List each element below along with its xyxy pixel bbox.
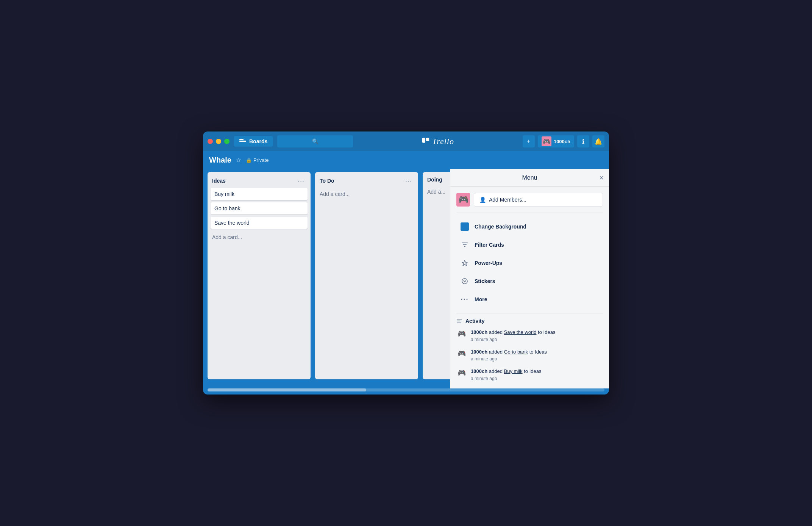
add-members-icon: 👤: [479, 197, 486, 203]
list-ideas: Ideas ··· Buy milk Go to bank ✏️ Save th…: [208, 172, 311, 379]
info-icon: ℹ: [582, 138, 584, 145]
traffic-lights: [208, 139, 230, 144]
menu-user-avatar: 🎮: [456, 193, 470, 207]
menu-item-power-ups[interactable]: Power-Ups: [456, 254, 603, 272]
trello-logo-icon: [422, 137, 430, 146]
activity-item-2: 🎮 1000ch added Go to bank to Ideas: [456, 348, 603, 362]
notifications-button[interactable]: 🔔: [592, 135, 604, 147]
sticker-icon: [459, 276, 470, 286]
activity-text-1: 1000ch added Save the world to Ideas: [471, 329, 555, 336]
app-window: Boards 🔍 Trello + 🎮 1000ch ℹ: [203, 132, 609, 394]
menu-item-filter-cards[interactable]: Filter Cards: [456, 236, 603, 254]
add-icon: +: [527, 138, 530, 145]
activity-pixel-icon-1: 🎮: [458, 330, 466, 338]
activity-to-2: to: [529, 349, 535, 355]
titlebar-right: + 🎮 1000ch ℹ 🔔: [523, 135, 604, 147]
username-label: 1000ch: [554, 139, 570, 144]
menu-title: Menu: [522, 174, 537, 181]
board-content: Ideas ··· Buy milk Go to bank ✏️ Save th…: [203, 169, 609, 388]
add-card-label: Add a card...: [212, 234, 242, 240]
pixel-avatar-icon: 🎮: [458, 195, 468, 205]
activity-list-2: Ideas: [535, 349, 547, 355]
card-text: Save the world: [214, 220, 250, 226]
add-card-button-todo[interactable]: Add a card...: [318, 188, 415, 200]
boards-label: Boards: [249, 138, 267, 144]
activity-to-3: to: [524, 368, 529, 374]
card-save-world[interactable]: Save the world: [211, 217, 308, 229]
list-todo: To Do ··· Add a card...: [315, 172, 418, 379]
more-icon: ···: [459, 294, 470, 305]
activity-user-2: 1000ch: [471, 349, 487, 355]
activity-avatar-1: 🎮: [456, 329, 467, 339]
activity-action-3: added: [489, 368, 504, 374]
user-button[interactable]: 🎮 1000ch: [538, 135, 574, 147]
activity-time-3: a minute ago: [471, 376, 542, 381]
privacy-label: Private: [253, 157, 269, 163]
avatar: 🎮: [542, 136, 551, 146]
list-menu-button-todo[interactable]: ···: [404, 177, 414, 185]
activity-card-link-1[interactable]: Save the world: [504, 329, 536, 335]
menu-close-button[interactable]: ×: [599, 174, 604, 182]
activity-title: Activity: [456, 318, 603, 324]
activity-content-2: 1000ch added Go to bank to Ideas a minut…: [471, 348, 547, 362]
card-go-to-bank[interactable]: Go to bank ✏️: [211, 202, 308, 214]
add-members-label: Add Members...: [489, 197, 526, 203]
activity-card-link-3[interactable]: Buy milk: [504, 368, 522, 374]
change-background-label: Change Background: [475, 224, 526, 230]
activity-text-2: 1000ch added Go to bank to Ideas: [471, 348, 547, 356]
star-icon[interactable]: ☆: [236, 157, 241, 164]
board-header: Whale ☆ 🔒 Private: [203, 151, 609, 169]
activity-icon: [456, 318, 462, 324]
maximize-button[interactable]: [224, 139, 230, 144]
activity-section: Activity 🎮 1000ch added S: [456, 318, 603, 381]
add-card-button-ideas[interactable]: Add a card...: [211, 231, 308, 243]
trello-logo: Trello: [358, 136, 518, 146]
list-header-todo: To Do ···: [318, 175, 415, 188]
horizontal-scrollbar[interactable]: [208, 388, 604, 391]
stickers-label: Stickers: [475, 278, 495, 284]
activity-action-1: added: [489, 329, 504, 335]
bell-icon: 🔔: [595, 138, 602, 145]
menu-header: Menu ×: [450, 169, 609, 187]
minimize-button[interactable]: [216, 139, 221, 144]
activity-pixel-icon-2: 🎮: [458, 349, 466, 358]
activity-text-3: 1000ch added Buy milk to Ideas: [471, 368, 542, 375]
activity-content-3: 1000ch added Buy milk to Ideas a minute …: [471, 368, 542, 381]
add-button[interactable]: +: [523, 135, 535, 147]
activity-pixel-icon-3: 🎮: [458, 369, 466, 377]
power-ups-label: Power-Ups: [475, 260, 502, 266]
board-title: Whale: [209, 156, 231, 164]
lock-icon: 🔒: [246, 157, 252, 163]
boards-button[interactable]: Boards: [234, 136, 273, 147]
card-text: Buy milk: [214, 191, 234, 197]
privacy-badge: 🔒 Private: [246, 157, 269, 163]
menu-item-stickers[interactable]: Stickers: [456, 272, 603, 290]
activity-card-link-2[interactable]: Go to bank: [504, 349, 528, 355]
list-title-doing: Doing: [427, 177, 442, 183]
card-text: Go to bank: [214, 205, 240, 211]
add-members-button[interactable]: 👤 Add Members...: [474, 193, 603, 207]
more-label: More: [475, 296, 487, 302]
activity-list-3: Ideas: [529, 368, 542, 374]
trello-logo-text: Trello: [432, 136, 454, 146]
titlebar: Boards 🔍 Trello + 🎮 1000ch ℹ: [203, 132, 609, 151]
filter-cards-label: Filter Cards: [475, 242, 504, 248]
menu-item-more[interactable]: ··· More: [456, 290, 603, 308]
info-button[interactable]: ℹ: [577, 135, 589, 147]
list-title-ideas: Ideas: [212, 178, 226, 184]
list-menu-button-ideas[interactable]: ···: [296, 177, 306, 185]
list-title-todo: To Do: [320, 178, 334, 184]
svg-point-2: [462, 279, 467, 284]
add-card-label: Add a card...: [320, 191, 350, 197]
menu-item-change-background[interactable]: Change Background: [456, 218, 603, 236]
close-button[interactable]: [208, 139, 213, 144]
svg-point-4: [465, 280, 466, 280]
list-header-ideas: Ideas ···: [211, 175, 308, 188]
activity-list-1: Ideas: [543, 329, 556, 335]
activity-avatar-3: 🎮: [456, 368, 467, 378]
activity-item-3: 🎮 1000ch added Buy milk to Ideas: [456, 368, 603, 381]
svg-rect-0: [422, 138, 425, 143]
menu-body: 🎮 👤 Add Members... Change Backgr: [450, 187, 609, 388]
card-buy-milk[interactable]: Buy milk: [211, 188, 308, 200]
search-bar[interactable]: 🔍: [277, 135, 353, 147]
